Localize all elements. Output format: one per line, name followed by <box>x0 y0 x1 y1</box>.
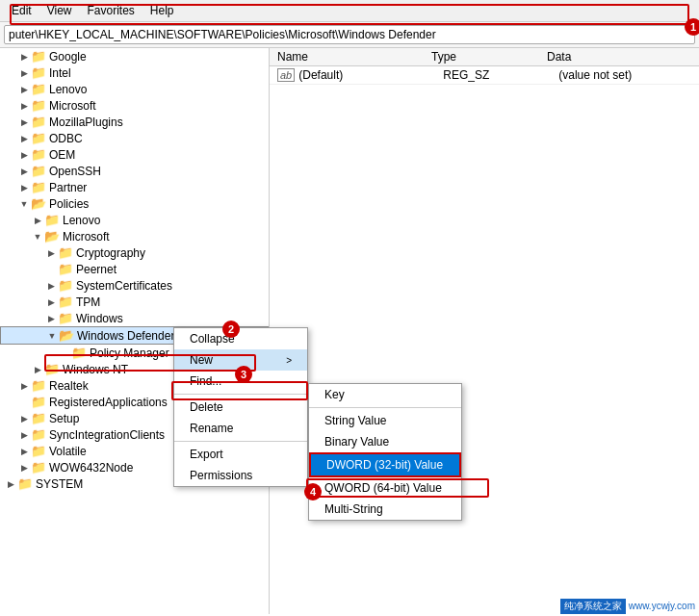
submenu: Key String Value Binary Value DWORD (32-… <box>308 383 462 521</box>
tree-label-wow6432node: WOW6432Node <box>49 461 133 475</box>
expander-openssh[interactable]: ▶ <box>17 167 31 176</box>
expander-syncintegration[interactable]: ▶ <box>17 430 31 440</box>
folder-icon-systemcertificates: 📁 <box>58 278 73 293</box>
tree-label-tpm: TPM <box>76 295 100 309</box>
folder-icon-cryptography: 📁 <box>58 245 73 260</box>
ctx-divider-2 <box>174 441 307 442</box>
folder-icon-microsoft2: 📂 <box>44 229 60 244</box>
detail-panel: Name Type Data ab (Default) REG_SZ (valu… <box>270 48 699 614</box>
menu-favorites[interactable]: Favorites <box>79 2 142 19</box>
tree-item-oem[interactable]: ▶ 📁 OEM <box>0 146 269 163</box>
folder-icon-odbc: 📁 <box>31 131 46 145</box>
tree-item-mozillaplugins[interactable]: ▶ 📁 MozillaPlugins <box>0 114 269 130</box>
expander-google[interactable]: ▶ <box>17 52 31 62</box>
expander-systemcertificates[interactable]: ▶ <box>44 281 58 291</box>
expander-tpm[interactable]: ▶ <box>44 297 58 307</box>
address-bar[interactable]: puter\HKEY_LOCAL_MACHINE\SOFTWARE\Polici… <box>4 25 695 44</box>
tree-item-lenovo[interactable]: ▶ 📁 Lenovo <box>0 81 269 97</box>
tree-label-microsoft-top: Microsoft <box>49 99 96 113</box>
tree-label-registeredapps: RegisteredApplications <box>49 396 168 409</box>
address-text: puter\HKEY_LOCAL_MACHINE\SOFTWARE\Polici… <box>9 28 690 41</box>
tree-item-intel[interactable]: ▶ 📁 Intel <box>0 64 269 81</box>
folder-icon-syncintegration: 📁 <box>31 427 46 442</box>
folder-icon-lenovo: 📁 <box>31 82 46 96</box>
expander-lenovo2[interactable]: ▶ <box>31 216 44 225</box>
expander-cryptography[interactable]: ▶ <box>44 248 58 258</box>
tree-label-setup: Setup <box>49 412 79 425</box>
expander-odbc[interactable]: ▶ <box>17 134 31 143</box>
main-content: ▶ 📁 Google ▶ 📁 Intel ▶ 📁 Lenovo ▶ 📁 Micr… <box>0 48 699 614</box>
tree-item-cryptography[interactable]: ▶ 📁 Cryptography <box>0 244 269 261</box>
menu-view[interactable]: View <box>39 2 80 19</box>
ctx-new-label: New <box>190 353 213 367</box>
expander-realtek[interactable]: ▶ <box>17 381 31 391</box>
tree-label-systemcertificates: SystemCertificates <box>76 279 172 293</box>
expander-windefender[interactable]: ▼ <box>45 331 59 341</box>
submenu-divider-1 <box>309 407 461 408</box>
expander-intel[interactable]: ▶ <box>17 68 31 78</box>
folder-icon-openssh: 📁 <box>31 164 46 178</box>
folder-icon-windows2: 📁 <box>58 311 73 325</box>
expander-microsoft2[interactable]: ▼ <box>31 232 44 242</box>
folder-icon-policymanager: 📁 <box>71 346 87 360</box>
expander-wow6432node[interactable]: ▶ <box>17 463 31 473</box>
submenu-binary[interactable]: Binary Value <box>309 431 461 452</box>
expander-lenovo[interactable]: ▶ <box>17 85 31 94</box>
col-header-name: Name <box>277 50 431 64</box>
expander-microsoft-top[interactable]: ▶ <box>17 101 31 111</box>
detail-type-default: REG_SZ <box>443 68 558 82</box>
detail-row-default[interactable]: ab (Default) REG_SZ (value not set) <box>270 66 699 85</box>
tree-label-policymanager: Policy Manager <box>90 346 169 360</box>
expander-windows2[interactable]: ▶ <box>44 314 58 323</box>
folder-icon-oem: 📁 <box>31 147 46 162</box>
submenu-dword[interactable]: DWORD (32-bit) Value <box>309 452 461 477</box>
tree-label-partner: Partner <box>49 181 87 194</box>
tree-item-openssh[interactable]: ▶ 📁 OpenSSH <box>0 163 269 179</box>
tree-item-odbc[interactable]: ▶ 📁 ODBC <box>0 130 269 146</box>
tree-label-mozillaplugins: MozillaPlugins <box>49 116 123 129</box>
tree-item-partner[interactable]: ▶ 📁 Partner <box>0 179 269 195</box>
tree-label-windows2: Windows <box>76 312 123 325</box>
expander-setup[interactable]: ▶ <box>17 414 31 424</box>
submenu-qword[interactable]: QWORD (64-bit) Value <box>309 477 461 499</box>
folder-icon-lenovo2: 📁 <box>44 213 60 227</box>
submenu-string[interactable]: String Value <box>309 410 461 431</box>
submenu-key[interactable]: Key <box>309 384 461 405</box>
tree-item-microsoft-top[interactable]: ▶ 📁 Microsoft <box>0 97 269 114</box>
badge-4: 4 <box>304 483 322 500</box>
tree-label-volatile: Volatile <box>49 445 87 458</box>
submenu-multi[interactable]: Multi-String <box>309 499 461 520</box>
menu-edit[interactable]: Edit <box>4 2 39 19</box>
expander-oem[interactable]: ▶ <box>17 150 31 160</box>
menu-help[interactable]: Help <box>142 2 182 19</box>
folder-icon-windefender: 📂 <box>59 328 74 343</box>
ctx-export[interactable]: Export <box>174 444 307 465</box>
ctx-permissions[interactable]: Permissions <box>174 465 307 486</box>
detail-data-default: (value not set) <box>558 68 691 82</box>
tree-panel[interactable]: ▶ 📁 Google ▶ 📁 Intel ▶ 📁 Lenovo ▶ 📁 Micr… <box>0 48 270 614</box>
expander-volatile[interactable]: ▶ <box>17 447 31 456</box>
expander-policies[interactable]: ▼ <box>17 199 31 209</box>
folder-icon-policies: 📂 <box>31 196 46 211</box>
expander-mozillaplugins[interactable]: ▶ <box>17 117 31 127</box>
expander-partner[interactable]: ▶ <box>17 183 31 192</box>
tree-label-policies: Policies <box>49 197 89 211</box>
folder-icon-volatile: 📁 <box>31 444 46 458</box>
tree-item-lenovo2[interactable]: ▶ 📁 Lenovo <box>0 212 269 228</box>
tree-label-windefender: Windows Defender <box>77 329 174 343</box>
tree-label-openssh: OpenSSH <box>49 165 101 178</box>
tree-item-tpm[interactable]: ▶ 📁 TPM <box>0 294 269 310</box>
expander-system[interactable]: ▶ <box>4 479 17 489</box>
ctx-collapse[interactable]: Collapse <box>174 328 307 349</box>
tree-item-policies[interactable]: ▼ 📂 Policies <box>0 195 269 212</box>
badge-2: 2 <box>222 321 240 338</box>
tree-item-systemcertificates[interactable]: ▶ 📁 SystemCertificates <box>0 277 269 294</box>
tree-item-google[interactable]: ▶ 📁 Google <box>0 48 269 64</box>
folder-icon-tpm: 📁 <box>58 295 73 309</box>
tree-label-microsoft2: Microsoft <box>63 230 110 244</box>
ctx-delete[interactable]: Delete <box>174 397 307 418</box>
tree-item-peernet[interactable]: ▶ 📁 Peernet <box>0 261 269 277</box>
tree-item-microsoft2[interactable]: ▼ 📂 Microsoft <box>0 228 269 244</box>
ctx-rename[interactable]: Rename <box>174 418 307 439</box>
expander-windowsnt[interactable]: ▶ <box>31 365 44 374</box>
